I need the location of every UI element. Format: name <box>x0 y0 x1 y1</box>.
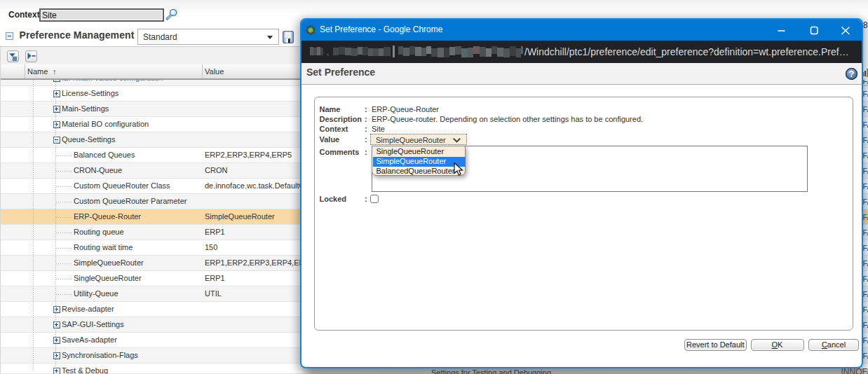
svg-text:?: ? <box>849 69 855 79</box>
